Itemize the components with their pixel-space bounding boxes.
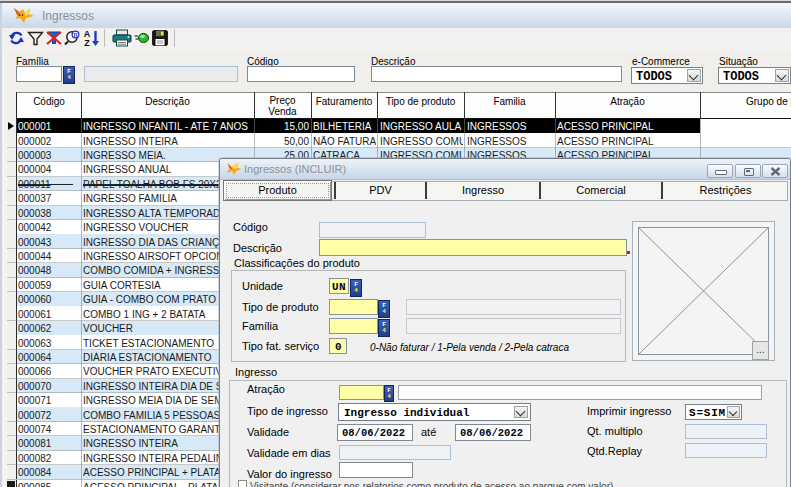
svg-text:Z: Z xyxy=(84,38,90,47)
svg-text:n: n xyxy=(74,31,78,38)
